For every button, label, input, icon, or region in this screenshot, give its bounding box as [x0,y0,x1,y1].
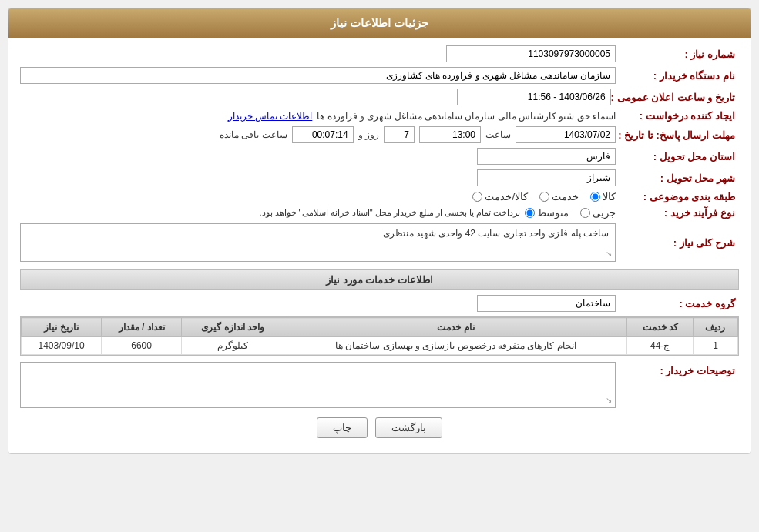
category-khedmat-radio[interactable] [539,192,549,202]
table-header-row: ردیف کد خدمت نام خدمت واحد اندازه گیری ت… [22,318,738,337]
response-deadline-label: مهلت ارسال پاسخ: تا تاریخ : [616,129,739,141]
service-group-label: گروه خدمت : [616,298,739,309]
category-khedmat-label: خدمت [552,191,579,202]
announce-date-value-col [20,89,611,105]
buyer-org-input[interactable] [20,67,616,84]
city-value-col [20,169,616,186]
col-quantity: تعداد / مقدار [102,318,182,337]
services-section-header: اطلاعات خدمات مورد نیاز [20,269,739,290]
cell-name: انجام کارهای متفرقه درخصوص بازسازی و بهس… [284,337,627,355]
cell-date: 1403/09/10 [22,337,102,355]
response-remain-input[interactable] [292,126,354,143]
need-desc-label: شرح کلی نیاز : [616,237,739,249]
remain-label: ساعت باقی مانده [220,129,287,140]
response-days-input[interactable] [384,126,415,143]
col-name: نام خدمت [284,318,627,337]
need-number-label: شماره نیاز : [616,49,739,60]
province-label: استان محل تحویل : [616,151,739,162]
purchase-type-desc: پرداخت تمام یا بخشی از مبلغ خریداز محل "… [259,208,520,218]
creator-value-col: اسماء حق شنو کارشناس مالی سازمان سامانده… [20,111,616,122]
need-desc-text: ساخت پله فلزی واحد تجاری سایت 42 واحدی ش… [377,224,615,243]
purchase-type-label: نوع فرآیند خرید : [616,207,739,219]
category-kala-khedmat-label: کالا/خدمت [485,191,528,202]
purchase-jozii-label: جزیی [593,207,616,219]
col-index: ردیف [693,318,737,337]
need-number-row: شماره نیاز : [20,45,739,62]
days-label: روز و [358,129,379,140]
response-deadline-row: مهلت ارسال پاسخ: تا تاریخ : ساعت روز و س… [20,126,739,143]
button-row: بازگشت چاپ [20,417,739,446]
buyer-org-row: نام دستگاه خریدار : [20,67,739,84]
buyer-notes-value-col: ↘ [20,362,616,408]
need-desc-box: ساخت پله فلزی واحد تجاری سایت 42 واحدی ش… [20,223,616,262]
panel-title: جزئیات اطلاعات نیاز [8,8,751,38]
service-group-input[interactable] [477,295,616,312]
announce-date-row: تاریخ و ساعت اعلان عمومی : [20,89,739,105]
purchase-type-row: نوع فرآیند خرید : جزیی متوسط پرداخت تمام… [20,207,739,219]
province-input[interactable] [477,148,616,165]
category-label: طبقه بندی موضوعی : [616,191,739,202]
buyer-org-label: نام دستگاه خریدار : [616,70,739,82]
service-group-value-col [20,295,616,312]
col-code: کد خدمت [627,318,694,337]
category-khedmat-option: خدمت [539,191,579,202]
cell-quantity: 6600 [102,337,182,355]
cell-code: ج-44 [627,337,694,355]
purchase-type-value-col: جزیی متوسط پرداخت تمام یا بخشی از مبلغ خ… [20,207,616,219]
creator-text: اسماء حق شنو کارشناس مالی سازمان سامانده… [317,111,616,122]
creator-label: ایجاد کننده درخواست : [616,110,739,122]
response-time-input[interactable] [419,126,481,143]
purchase-jozii-option: جزیی [580,207,616,219]
purchase-motavset-option: متوسط [525,207,569,219]
category-kala-khedmat-option: کالا/خدمت [472,191,528,202]
need-desc-row: شرح کلی نیاز : ساخت پله فلزی واحد تجاری … [20,223,739,262]
category-kala-option: کالا [590,191,616,202]
cell-index: 1 [693,337,737,355]
announce-date-label: تاریخ و ساعت اعلان عمومی : [611,92,739,103]
col-date: تاریخ نیاز [22,318,102,337]
category-row: طبقه بندی موضوعی : کالا خدمت کالا/خدمت [20,191,739,202]
need-number-value-col [20,45,616,62]
time-label: ساعت [485,129,511,140]
province-row: استان محل تحویل : [20,148,739,165]
category-kala-radio[interactable] [590,192,600,202]
buyer-org-value-col [20,67,616,84]
services-table: ردیف کد خدمت نام خدمت واحد اندازه گیری ت… [21,317,738,355]
purchase-jozii-radio[interactable] [580,208,590,218]
city-label: شهر محل تحویل : [616,172,739,184]
service-group-row: گروه خدمت : [20,295,739,312]
creator-contact-link[interactable]: اطلاعات تماس خریدار [228,111,313,122]
category-radio-group: کالا خدمت کالا/خدمت [472,191,616,202]
cell-unit: کیلوگرم [182,337,284,355]
announce-date-input[interactable] [457,89,611,105]
buyer-notes-box: ↘ [20,362,616,408]
category-value-col: کالا خدمت کالا/خدمت [20,191,616,202]
purchase-motavset-label: متوسط [537,207,569,219]
need-desc-value-col: ساخت پله فلزی واحد تجاری سایت 42 واحدی ش… [20,223,616,262]
main-panel: جزئیات اطلاعات نیاز شماره نیاز : نام دست… [8,8,751,454]
purchase-motavset-radio[interactable] [525,208,535,218]
title-text: جزئیات اطلاعات نیاز [331,16,428,29]
table-row: 1 ج-44 انجام کارهای متفرقه درخصوص بازساز… [22,337,738,355]
col-unit: واحد اندازه گیری [182,318,284,337]
buyer-notes-label: توصیحات خریدار : [616,362,739,376]
response-deadline-value-col: ساعت روز و ساعت باقی مانده [20,126,616,143]
need-number-input[interactable] [446,45,616,62]
buyer-notes-row: توصیحات خریدار : ↘ [20,362,739,408]
category-kala-khedmat-radio[interactable] [472,192,482,202]
notes-resize-icon: ↘ [606,396,612,404]
print-button[interactable]: چاپ [317,417,368,438]
resize-arrow-icon: ↘ [606,249,612,258]
purchase-type-radio-group: جزیی متوسط [525,207,616,219]
back-button[interactable]: بازگشت [375,417,442,438]
province-value-col [20,148,616,165]
city-row: شهر محل تحویل : [20,169,739,186]
response-date-input[interactable] [516,126,616,143]
city-input[interactable] [477,169,616,186]
category-kala-label: کالا [603,191,616,202]
creator-row: ایجاد کننده درخواست : اسماء حق شنو کارشن… [20,110,739,122]
services-table-container: ردیف کد خدمت نام خدمت واحد اندازه گیری ت… [20,316,739,356]
